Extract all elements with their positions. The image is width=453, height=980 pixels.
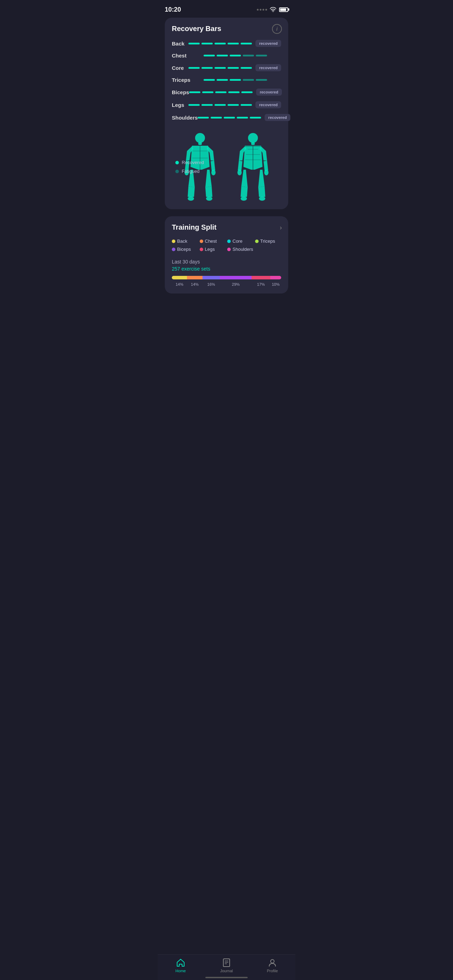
main-content: Recovery Bars i BackrecoveredChestCorere… [158, 18, 295, 336]
color-dot [227, 240, 231, 243]
legend-item: Triceps [255, 239, 281, 244]
split-label: 17% [251, 282, 270, 286]
svg-rect-2 [198, 142, 202, 145]
recovery-bar-segment [215, 104, 226, 106]
svg-point-4 [211, 170, 216, 175]
recovery-card: Recovery Bars i BackrecoveredChestCorere… [165, 18, 288, 209]
recovery-bar-segment [217, 79, 228, 81]
status-bar: 10:20 [158, 0, 295, 18]
legend-label: Back [177, 239, 188, 244]
muscle-name: Back [172, 41, 188, 46]
split-label: 29% [220, 282, 251, 286]
legend-item: Shoulders [227, 247, 254, 252]
body-legend: Recovered Fatigued [175, 160, 204, 174]
recovery-bars-group [188, 104, 252, 106]
recovery-bar-segment [215, 43, 226, 45]
training-split-card: Training Split › BackChestCoreTricepsBic… [165, 216, 288, 294]
recovery-bar-segment [237, 117, 248, 119]
legend-recovered: Recovered [175, 160, 204, 165]
muscle-name: Biceps [172, 89, 189, 95]
split-labels: 14%14%16%29%17%10% [172, 282, 281, 286]
recovery-badge: recovered [256, 101, 281, 108]
legend-item: Back [172, 239, 198, 244]
signal-icon [257, 9, 267, 11]
muscle-name: Chest [172, 52, 203, 59]
recovery-bar-segment [211, 117, 222, 119]
muscle-name: Core [172, 65, 188, 71]
recovered-dot [175, 161, 179, 164]
split-label: 16% [202, 282, 220, 286]
split-segment [187, 276, 202, 279]
legend-label: Shoulders [232, 247, 253, 252]
legend-label: Triceps [261, 239, 275, 244]
split-label: 14% [172, 282, 187, 286]
recovery-bar-segment [256, 79, 267, 81]
recovery-bar-segment [256, 55, 267, 56]
legend-fatigued: Fatigued [175, 169, 204, 174]
battery-icon [279, 7, 288, 12]
recovery-row: Legsrecovered [172, 101, 281, 108]
legend-label: Biceps [177, 247, 191, 252]
recovery-rows: BackrecoveredChestCorerecoveredTricepsBi… [172, 40, 281, 121]
wifi-icon [270, 7, 276, 12]
recovery-bars-group [203, 79, 281, 81]
recovery-row: Corerecovered [172, 64, 281, 71]
svg-point-6 [206, 196, 212, 201]
recovery-badge: recovered [256, 89, 282, 95]
recovery-bars-group [188, 67, 252, 69]
status-icons [257, 7, 288, 12]
body-back [234, 132, 272, 202]
legend-item: Biceps [172, 247, 198, 252]
legend-item: Chest [200, 239, 226, 244]
recovery-bars-group [197, 117, 261, 119]
recovery-bar-segment [243, 55, 254, 56]
recovery-badge: recovered [256, 64, 281, 71]
split-arrow[interactable]: › [280, 224, 282, 231]
recovery-bar-segment [188, 67, 200, 69]
legend-label: Legs [205, 247, 215, 252]
split-legend: BackChestCoreTricepsBicepsLegsShoulders [172, 239, 281, 252]
recovery-bar-segment [241, 91, 253, 93]
recovery-bar-segment [230, 55, 241, 56]
recovery-badge: recovered [256, 40, 281, 47]
split-segment [251, 276, 270, 279]
recovery-bar-segment [202, 104, 213, 106]
legend-item: Core [227, 239, 254, 244]
muscle-name: Shoulders [172, 115, 197, 121]
recovered-label: Recovered [182, 160, 204, 165]
legend-label: Core [232, 239, 242, 244]
split-segment [220, 276, 251, 279]
recovery-row: Bicepsrecovered [172, 89, 281, 95]
recovery-bar-segment [197, 117, 209, 119]
recovery-bar-segment [243, 79, 254, 81]
color-dot [200, 240, 203, 243]
split-segment [270, 276, 281, 279]
svg-point-1 [195, 133, 205, 143]
color-dot [255, 240, 259, 243]
recovery-bar-segment [217, 55, 228, 56]
recovery-bar-segment [227, 104, 239, 106]
recovery-bar-segment [241, 67, 252, 69]
svg-point-0 [273, 11, 273, 12]
svg-rect-11 [251, 142, 255, 145]
body-diagram: Recovered Fatigued [172, 132, 281, 202]
recovery-row: Shouldersrecovered [172, 114, 281, 121]
muscle-name: Legs [172, 102, 188, 108]
svg-point-15 [259, 196, 265, 201]
color-dot [172, 248, 175, 251]
training-split-title: Training Split [172, 223, 281, 231]
recovery-row: Backrecovered [172, 40, 281, 47]
recovery-bars-group [203, 55, 281, 56]
recovery-bar-segment [189, 91, 200, 93]
split-segment [172, 276, 187, 279]
recovery-bar-segment [227, 67, 239, 69]
info-button[interactable]: i [272, 24, 282, 34]
recovery-row: Chest [172, 52, 281, 59]
recovery-bar-segment [188, 43, 200, 45]
recovery-bar-segment [202, 67, 213, 69]
fatigued-dot [175, 170, 179, 173]
status-time: 10:20 [165, 6, 181, 13]
recovery-bar-segment [228, 91, 240, 93]
fatigued-label: Fatigued [182, 169, 200, 174]
recovery-bar-segment [202, 43, 213, 45]
